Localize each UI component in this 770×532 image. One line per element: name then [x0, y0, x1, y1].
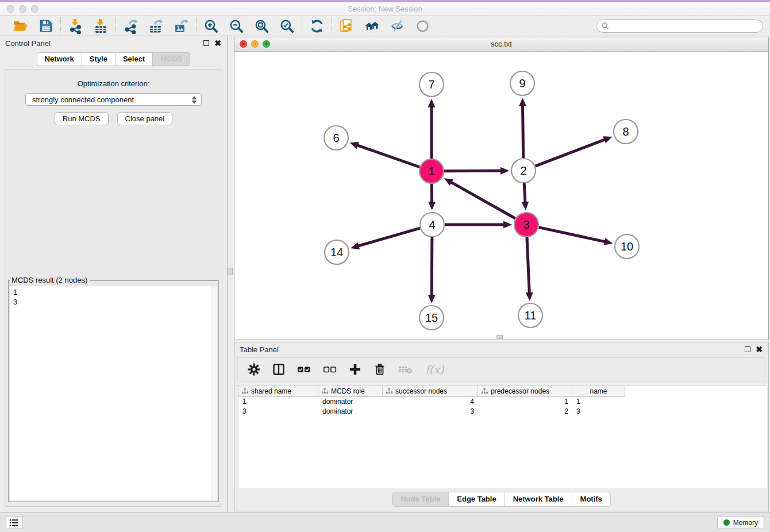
zoom-out-button[interactable] [229, 18, 244, 34]
table-row[interactable]: 3 dominator 3 2 3 [238, 407, 767, 417]
tab-network-table[interactable]: Network Table [505, 492, 572, 507]
home-button[interactable] [364, 18, 380, 34]
column-header-mcds-role[interactable]: MCDS role [318, 385, 383, 397]
graph-node-label: 1 [428, 165, 434, 178]
graph-edge[interactable] [524, 183, 525, 203]
cell-successor-nodes[interactable]: 3 [383, 407, 478, 417]
table-settings-button[interactable] [248, 363, 260, 376]
export-network-button[interactable] [123, 18, 138, 34]
graph-edge[interactable] [538, 228, 606, 242]
column-type-icon [482, 388, 488, 394]
export-table-button[interactable] [148, 18, 164, 34]
folder-open-icon [13, 18, 28, 34]
column-type-icon [242, 388, 248, 394]
tab-style[interactable]: Style [82, 52, 116, 66]
import-network-button[interactable] [68, 18, 83, 34]
tab-edge-table[interactable]: Edge Table [449, 492, 505, 507]
graph-edge[interactable] [450, 182, 515, 218]
memory-button[interactable]: Memory [717, 516, 764, 529]
network-maximize-button[interactable]: + [263, 40, 270, 48]
add-column-button[interactable] [349, 363, 361, 376]
mcds-result-line: 1 [10, 286, 217, 298]
cell-shared-name[interactable]: 3 [238, 407, 318, 417]
select-all-button[interactable] [297, 363, 311, 376]
tab-node-table[interactable]: Node Table [392, 492, 449, 507]
graph-node-label: 15 [425, 311, 438, 324]
graph-edge[interactable] [356, 145, 419, 167]
close-panel-button[interactable]: Close panel [117, 112, 173, 125]
column-type-icon [322, 388, 328, 394]
table-panel: Table Panel ✖ [234, 342, 769, 511]
graph-edge-arrowhead [604, 238, 613, 245]
search-input[interactable] [610, 20, 763, 32]
graph-edge[interactable] [357, 228, 420, 246]
new-network-from-selection-button[interactable] [339, 18, 355, 34]
search-box[interactable] [596, 20, 763, 33]
network-hscrollbar-thumb[interactable] [496, 335, 503, 339]
eye-icon [415, 18, 430, 34]
tab-select[interactable]: Select [116, 52, 153, 66]
graph-edge[interactable] [527, 237, 529, 294]
cell-predecessor-nodes[interactable]: 2 [478, 407, 572, 417]
refresh-button[interactable] [309, 18, 325, 34]
export-image-button[interactable] [174, 18, 189, 34]
cell-successor-nodes[interactable]: 4 [383, 397, 478, 407]
float-panel-icon[interactable] [745, 346, 750, 352]
column-label: predecessor nodes [491, 387, 549, 395]
column-label: MCDS role [331, 387, 365, 395]
cell-shared-name[interactable]: 1 [238, 397, 318, 407]
cell-mcds-role[interactable]: dominator [318, 407, 383, 417]
column-header-predecessor-nodes[interactable]: predecessor nodes [478, 385, 572, 397]
float-panel-icon[interactable] [203, 40, 209, 46]
graph-edge[interactable] [444, 171, 502, 171]
zoom-in-button[interactable] [203, 18, 219, 34]
tab-network[interactable]: Network [37, 52, 82, 66]
control-panel: Control Panel ✖ Network Style Select MCD… [0, 36, 228, 513]
deselect-all-icon [323, 363, 337, 376]
column-header-successor-nodes[interactable]: successor nodes [383, 385, 478, 397]
graph-edge[interactable] [432, 237, 432, 296]
deselect-all-button[interactable] [323, 363, 337, 376]
tab-motifs[interactable]: Motifs [572, 492, 611, 507]
table-row[interactable]: 1 dominator 4 1 1 [238, 397, 767, 407]
tab-mcds[interactable]: MCDS [153, 52, 190, 66]
network-canvas[interactable]: 1234678910111415 [234, 51, 768, 340]
splitter-handle[interactable] [228, 268, 233, 275]
network-minimize-button[interactable]: − [251, 40, 259, 48]
cell-name[interactable]: 3 [572, 407, 625, 417]
graph-edge-arrowhead [428, 99, 436, 107]
open-session-button[interactable] [13, 18, 28, 34]
save-icon [38, 18, 53, 33]
network-window-titlebar[interactable]: × − + scc.txt [234, 37, 768, 52]
cell-name[interactable]: 1 [572, 397, 625, 407]
mcds-result-line: 3 [10, 298, 217, 307]
delete-button[interactable] [374, 363, 386, 376]
main-toolbar [0, 16, 770, 36]
close-panel-icon[interactable]: ✖ [214, 40, 221, 47]
show-panel-button[interactable] [415, 18, 430, 34]
criterion-select[interactable]: strongly connected component [25, 93, 202, 106]
zoom-fit-button[interactable] [254, 18, 270, 34]
hide-panel-button[interactable] [390, 18, 405, 34]
import-network-icon [68, 18, 83, 34]
task-history-button[interactable] [6, 516, 22, 529]
graph-edge[interactable] [522, 105, 523, 158]
column-header-name[interactable]: name [572, 385, 625, 397]
result-scrollbar[interactable] [211, 286, 217, 500]
import-table-button[interactable] [93, 18, 109, 34]
save-session-button[interactable] [38, 18, 53, 34]
zoom-selected-button[interactable] [279, 18, 295, 34]
cell-predecessor-nodes[interactable]: 1 [478, 397, 572, 407]
cell-mcds-role[interactable]: dominator [318, 397, 383, 407]
graph-node-label: 8 [622, 125, 629, 138]
zoom-fit-icon [254, 18, 270, 34]
column-header-shared-name[interactable]: shared name [238, 385, 318, 397]
graph-edge[interactable] [536, 139, 606, 166]
close-panel-icon[interactable]: ✖ [756, 346, 763, 353]
import-table-icon [93, 18, 109, 34]
network-close-button[interactable]: × [240, 40, 247, 48]
show-columns-button[interactable] [272, 363, 285, 376]
run-mcds-button[interactable]: Run MCDS [55, 112, 109, 125]
graph-edge-arrowhead [526, 292, 533, 301]
network-file-icon [339, 18, 355, 34]
